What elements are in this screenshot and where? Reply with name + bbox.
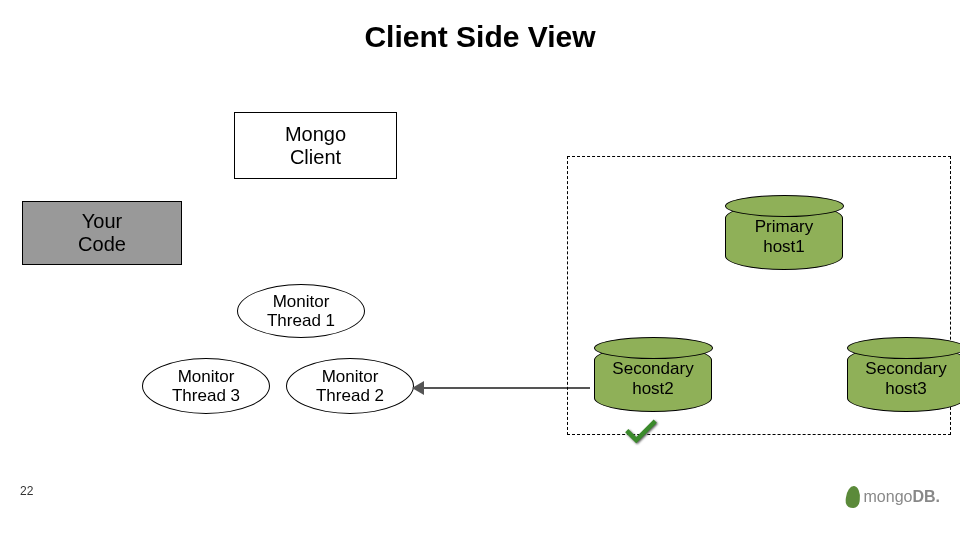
primary-host-cylinder: Primary host1 [725,204,843,270]
mongo-client-box: Mongo Client [234,112,397,179]
secondary-host3-label: Secondary host3 [865,359,946,398]
slide: Client Side View Mongo Client Your Code … [0,0,960,540]
secondary-host3-cylinder: Secondary host3 [847,346,960,412]
mongo-client-label: Mongo Client [285,123,346,169]
monitor-thread-1: Monitor Thread 1 [237,284,365,338]
monitor-thread-3: Monitor Thread 3 [142,358,270,414]
secondary-host2-cylinder: Secondary host2 [594,346,712,412]
logo-text-2: DB. [912,488,940,506]
checkmark-icon [622,410,660,452]
your-code-box: Your Code [22,201,182,265]
monitor-thread-1-label: Monitor Thread 1 [267,293,335,330]
monitor-thread-3-label: Monitor Thread 3 [172,368,240,405]
arrow-line [420,387,590,389]
monitor-thread-2: Monitor Thread 2 [286,358,414,414]
logo-text-1: mongo [864,488,913,506]
secondary-host2-label: Secondary host2 [612,359,693,398]
primary-host-label: Primary host1 [755,217,814,256]
page-title: Client Side View [0,20,960,54]
page-number: 22 [20,484,33,498]
leaf-icon [844,485,860,508]
mongodb-logo: mongoDB. [846,486,940,508]
monitor-thread-2-label: Monitor Thread 2 [316,368,384,405]
arrow-head-icon [412,381,424,395]
your-code-label: Your Code [78,210,126,256]
